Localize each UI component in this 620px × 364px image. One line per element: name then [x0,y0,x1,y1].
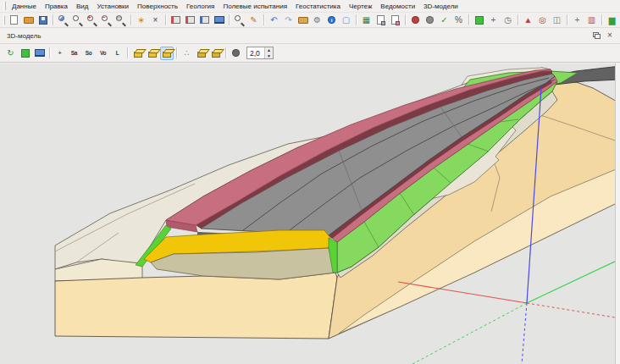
view-volumes-icon [200,16,209,24]
fit-extents-button[interactable]: × [149,14,163,27]
menu-item-10[interactable]: 3D-модели [419,1,462,12]
smooth-sphere-button[interactable] [230,47,243,60]
new-document-button[interactable] [8,14,21,27]
surface-check-button[interactable]: ✓ [438,14,451,27]
open-project-button[interactable] [296,14,310,27]
solid-view-button[interactable] [146,47,159,60]
move-model-button[interactable]: + [487,14,501,27]
toolbar-separator [49,47,50,58]
select-pointer-button[interactable]: ◢ [57,14,70,27]
point-red-icon [412,16,419,24]
labels-length-button[interactable]: L [111,47,125,60]
edit-pencil-button[interactable]: ✎ [247,14,261,27]
spinner-down-button[interactable]: ▼ [265,53,273,59]
project-tools-button[interactable]: ⚙ [311,14,324,27]
menu-item-7[interactable]: Геостатистика [291,1,345,12]
view-profile-button[interactable] [184,14,197,27]
storage-button[interactable]: ▥ [585,14,599,27]
target-point-button[interactable]: ◎ [536,14,550,27]
drawing-view-badge [396,21,400,25]
zoom-in-button[interactable]: + [86,14,99,27]
select-pointer-icon: ◢ [59,14,64,21]
history-clock-button[interactable]: ◷ [501,14,515,27]
object-info-button[interactable]: i [325,14,339,27]
save-file-button[interactable] [36,14,50,27]
toolbar-drag-handle[interactable] [3,16,5,25]
labels-vo-button[interactable]: Vo [97,47,110,60]
menu-item-9[interactable]: Ведомости [376,1,419,12]
redo-button[interactable]: ↷ [282,14,296,27]
points-display-button[interactable]: ∴ [180,47,194,60]
update-view-button[interactable]: ∗ [135,14,148,27]
menu-drag-handle[interactable] [3,2,6,10]
select-region-button[interactable]: ▢ [340,14,353,27]
zoom-dynamic-button[interactable] [71,14,85,27]
float-window-icon [595,34,601,39]
target-point-icon: ◎ [539,16,546,25]
point-red-button[interactable] [409,14,423,27]
sheet-view-button[interactable] [374,14,388,27]
open-file-button[interactable] [22,14,36,27]
wireframe-view-button[interactable] [131,47,145,60]
3d-scene[interactable] [0,63,620,364]
float-panel-button[interactable] [590,30,603,41]
profile-chart-button[interactable]: ▲ [522,14,535,27]
open-file-icon [24,17,34,24]
menu-item-5[interactable]: Геология [182,1,219,12]
shaded-view-button[interactable] [160,47,174,60]
model-pair-button[interactable]: ◫ [551,14,564,27]
close-icon: × [607,31,612,40]
undo-button[interactable]: ↶ [268,14,281,27]
point-gray-button[interactable] [423,14,437,27]
smoothing-spinner[interactable]: 2,0 ▲ ▼ [246,47,274,59]
zoom-window-button[interactable]: ▭ [114,14,128,27]
find-object-icon [235,15,241,21]
menu-item-0[interactable]: Данные [8,1,41,12]
view-monitor-button[interactable] [213,14,226,27]
viewport-right-border [615,63,620,364]
close-panel-button[interactable]: × [603,30,617,41]
refresh-3d-button[interactable]: ↻ [4,47,18,60]
spinner-buttons: ▲ ▼ [264,47,273,58]
storage-icon: ▥ [588,16,595,25]
labels-sa-button[interactable]: Sa [68,47,81,60]
labels-move-button[interactable]: + [53,47,67,60]
view-section-icon [171,16,180,24]
surface-top-button[interactable] [195,47,208,60]
labels-so-button[interactable]: So [82,47,96,60]
zoom-in-icon: + [88,14,91,20]
view-volumes-button[interactable] [198,14,212,27]
chart-green-icon: ▆ [609,16,616,25]
menu-item-1[interactable]: Правка [41,1,72,12]
chart-green-button[interactable]: ▆ [606,14,619,27]
history-clock-icon: ◷ [504,16,512,25]
view-section-button[interactable] [169,14,183,27]
3d-viewport[interactable] [0,63,620,364]
menu-item-8[interactable]: Чертеж [345,1,376,12]
zoom-in-icon [93,22,97,26]
zoom-dynamic-icon [79,22,83,26]
surface-top-icon [197,52,206,58]
drawing-view-button[interactable] [389,14,402,27]
find-object-button[interactable] [233,14,246,27]
menu-item-2[interactable]: Вид [72,1,92,12]
slope-percent-button[interactable]: % [452,14,466,27]
menu-item-4[interactable]: Поверхность [133,1,182,12]
menu-item-6[interactable]: Полевые испытания [219,1,291,12]
save-file-icon [39,16,47,25]
screen-settings-button[interactable] [33,47,47,60]
view-profile-icon [185,16,195,24]
surface-bottom-button[interactable] [209,47,223,60]
surface-bottom-icon [212,52,220,58]
points-display-icon: ∴ [184,49,189,58]
toolbar-separator [518,14,518,25]
select-region-icon: ▢ [342,16,350,25]
wireframe-view-icon [134,52,142,58]
grid-settings-button[interactable] [19,47,32,60]
table-view-button[interactable]: ▦ [360,14,374,27]
add-model-button[interactable]: + [571,14,584,27]
zoom-out-button[interactable]: − [100,14,113,27]
fit-extents-icon: × [153,16,158,25]
menu-item-3[interactable]: Установки [92,1,133,12]
layer-green-button[interactable] [473,14,486,27]
